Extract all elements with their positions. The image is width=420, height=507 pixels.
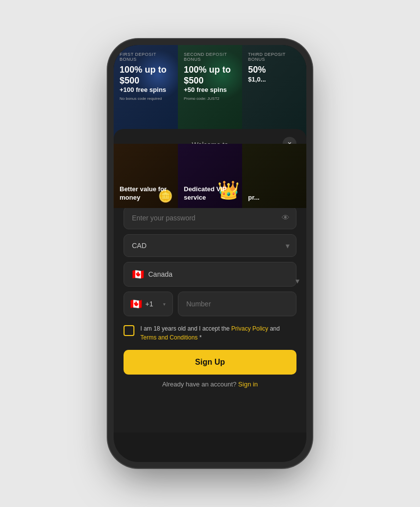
bonus-amount-3: 50% [248, 65, 300, 76]
password-input[interactable] [124, 207, 296, 229]
currency-select[interactable]: CAD USD EUR [124, 234, 296, 257]
eye-icon[interactable]: 👁 [282, 213, 290, 222]
country-select[interactable]: Canada United States United Kingdom [148, 270, 288, 278]
feature-card-3: pr... [242, 144, 306, 208]
feature-title-3: pr... [248, 194, 300, 202]
bonus-spins-1: +100 free spins [120, 86, 172, 93]
country-row: 🇨🇦 Canada United States United Kingdom ▾ [124, 262, 296, 287]
feature-title-1: Better value for money [120, 185, 172, 202]
signin-row: Already have an account? Sign in [124, 380, 296, 388]
bonus-spins-3: $1,0... [248, 76, 300, 83]
password-group: 👁 [124, 207, 296, 229]
phone-code-select[interactable]: +1 +44 +61 [145, 300, 160, 308]
terms-checkbox-row: I am 18 years old and I accept the Priva… [124, 324, 296, 342]
bonus-promo-1: No bonus code required [120, 96, 172, 101]
terms-checkbox[interactable] [124, 325, 134, 336]
currency-group: CAD USD EUR ▾ [124, 234, 296, 257]
bonus-label-3: Third deposit bonus [248, 52, 300, 62]
country-group: 🇨🇦 Canada United States United Kingdom ▾ [124, 262, 296, 287]
bonus-spins-2: +50 free spins [184, 86, 236, 93]
bonus-label-1: First deposit bonus [120, 52, 172, 62]
bonus-amount-2: 100% up to $500 [184, 65, 236, 86]
phone-frame: First deposit bonus 100% up to $500 +100… [114, 45, 306, 462]
privacy-policy-link[interactable]: Privacy Policy [231, 325, 268, 332]
signin-link[interactable]: Sign in [238, 380, 258, 388]
signup-button[interactable]: Sign Up [124, 350, 296, 375]
phone-group: 🇨🇦 +1 +44 +61 ▾ [124, 292, 296, 316]
canada-flag-icon: 🇨🇦 [132, 268, 144, 280]
feature-card-2: 👑 Dedicated VIP service [178, 144, 242, 208]
terms-conditions-link[interactable]: Terms and Conditions [140, 334, 198, 341]
feature-title-2: Dedicated VIP service [184, 185, 236, 202]
password-wrapper: 👁 [124, 207, 296, 229]
phone-number-input[interactable] [178, 292, 296, 316]
bottom-features-section: 🪙 Better value for money 👑 Dedicated VIP… [114, 144, 306, 208]
feature-card-1: 🪙 Better value for money [114, 144, 178, 208]
phone-flag-icon: 🇨🇦 [130, 298, 142, 310]
country-chevron-icon: ▾ [295, 276, 299, 286]
phone-code-wrapper: 🇨🇦 +1 +44 +61 ▾ [124, 292, 173, 316]
bonus-label-2: Second deposit bonus [184, 52, 236, 62]
phone-code-chevron-icon: ▾ [163, 301, 166, 307]
bonus-promo-2: Promo code: JUST2 [184, 96, 236, 101]
currency-select-wrapper: CAD USD EUR ▾ [124, 234, 296, 257]
terms-text: I am 18 years old and I accept the Priva… [140, 324, 280, 342]
phone-row: 🇨🇦 +1 +44 +61 ▾ [124, 292, 296, 316]
bonus-amount-1: 100% up to $500 [120, 65, 172, 86]
